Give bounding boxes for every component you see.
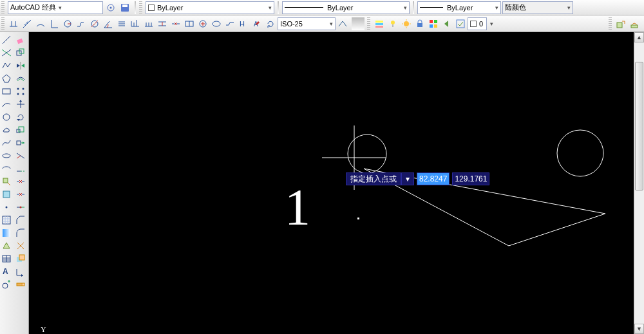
copy-button[interactable] — [14, 46, 27, 59]
layer-lock-button[interactable] — [413, 17, 426, 30]
dim-textedit-button[interactable]: A — [251, 17, 263, 30]
dimstyle-manager-button[interactable] — [336, 17, 349, 30]
scroll-track[interactable] — [634, 42, 644, 324]
svg-text:A: A — [3, 267, 8, 276]
layer-freeze-button[interactable] — [400, 17, 413, 30]
dim-quick-button[interactable] — [115, 17, 128, 30]
svg-rect-17 — [430, 20, 433, 23]
hatch-button[interactable] — [0, 214, 13, 227]
xline-button[interactable] — [0, 46, 13, 59]
svg-rect-11 — [375, 21, 383, 23]
break-at-button[interactable] — [14, 175, 27, 188]
mtext-button[interactable]: A — [0, 265, 13, 278]
ellipse-arc-icon — [1, 163, 12, 174]
workspace-combo[interactable]: AutoCAD 经典 ▾ — [8, 1, 103, 14]
gradient-button[interactable] — [0, 227, 13, 239]
fillet-button[interactable] — [14, 227, 27, 239]
dyn-value-y[interactable]: 129.1761 — [452, 172, 489, 185]
move-button[interactable] — [14, 98, 27, 111]
stretch-button[interactable] — [14, 136, 27, 149]
extend-button[interactable] — [14, 162, 27, 175]
dyn-menu-icon[interactable]: ▾ — [401, 172, 414, 185]
dimstyle-combo[interactable]: ISO-25 ▾ — [278, 17, 336, 30]
dim-update-button[interactable] — [264, 17, 277, 30]
point-button[interactable] — [0, 201, 13, 214]
layer-previous-button[interactable] — [440, 17, 453, 30]
circle-button[interactable] — [0, 111, 13, 124]
trim-button[interactable] — [14, 149, 27, 162]
revcloud-button[interactable] — [0, 124, 13, 136]
array-button[interactable] — [14, 85, 27, 98]
dim-center-button[interactable] — [196, 17, 209, 30]
lineweight-combo[interactable]: ByLayer ▾ — [417, 1, 501, 14]
dim-angular-button[interactable] — [102, 17, 115, 30]
measure-icon — [15, 279, 26, 290]
linetype-combo[interactable]: ByLayer ▾ — [282, 1, 410, 14]
rectangle-button[interactable] — [0, 85, 13, 98]
layer-manager-button[interactable] — [373, 17, 386, 30]
workspace-settings-button[interactable] — [104, 1, 117, 14]
dim-aligned-button[interactable] — [21, 17, 33, 30]
dim-jogged-button[interactable] — [75, 17, 88, 30]
dim-linear-button[interactable] — [7, 17, 20, 30]
dyn-prompt: 指定插入点或 — [346, 172, 401, 185]
table-button[interactable] — [0, 252, 13, 265]
svg-text:H: H — [240, 20, 245, 28]
layer-on-button[interactable] — [386, 17, 399, 30]
scroll-thumb[interactable] — [635, 62, 643, 190]
dim-continue-button[interactable] — [142, 17, 155, 30]
dim-break-button[interactable] — [169, 17, 182, 30]
dyn-prompt-text: 指定插入点或 — [350, 174, 397, 185]
polygon-button[interactable] — [0, 72, 13, 85]
layer-color-button[interactable] — [427, 17, 440, 30]
dim-jogline-button[interactable] — [223, 17, 236, 30]
dim-baseline-button[interactable] — [129, 17, 142, 30]
layer-color-combo[interactable]: ByLayer ▾ — [146, 1, 274, 14]
break-button[interactable] — [14, 188, 27, 201]
dim-ordinate-button[interactable] — [48, 17, 61, 30]
ucs-button[interactable] — [14, 265, 27, 278]
chamfer-button[interactable] — [14, 214, 27, 227]
lineweight-sample-icon — [420, 7, 443, 8]
drawing-canvas[interactable]: 1 指定插入点或 ▾ 82.8247 129.1761 X Y ▲ — [29, 32, 644, 334]
offset-button[interactable] — [14, 72, 27, 85]
scale-button[interactable] — [14, 124, 27, 136]
draworder-button[interactable] — [14, 252, 27, 265]
layer-state-button[interactable] — [454, 17, 467, 30]
mirror-button[interactable] — [14, 59, 27, 72]
vertical-scrollbar[interactable]: ▲ ▼ — [634, 32, 644, 334]
dim-diameter-button[interactable] — [88, 17, 101, 30]
scroll-down-button[interactable]: ▼ — [634, 324, 644, 334]
polyline-button[interactable] — [0, 59, 13, 72]
dim-aligned-icon — [22, 19, 32, 29]
dim-diameter-icon — [90, 19, 100, 29]
rotate-button[interactable] — [14, 111, 27, 124]
dyn-value-x[interactable]: 82.8247 — [417, 172, 450, 185]
explode-button[interactable] — [14, 239, 27, 252]
plotstyle-combo[interactable]: 随颜色 ▾ — [502, 1, 573, 14]
arc-button[interactable] — [0, 98, 13, 111]
workspace-save-button[interactable] — [118, 1, 131, 14]
dim-spacing-button[interactable] — [156, 17, 169, 30]
layer-current-combo[interactable]: 0 — [468, 17, 487, 30]
region-button[interactable] — [0, 239, 13, 252]
join-button[interactable] — [14, 201, 27, 214]
dim-arclength-button[interactable] — [34, 17, 47, 30]
insert-button[interactable] — [0, 175, 13, 188]
dim-radius-button[interactable] — [61, 17, 74, 30]
block-insert-button[interactable] — [614, 17, 627, 30]
dim-inspection-button[interactable] — [210, 17, 223, 30]
scroll-up-button[interactable]: ▲ — [634, 32, 644, 42]
dim-edit-button[interactable]: H — [237, 17, 250, 30]
add-selected-button[interactable] — [0, 278, 13, 291]
spline-icon — [1, 138, 12, 148]
dim-tolerance-button[interactable] — [183, 17, 196, 30]
xref-manager-button[interactable] — [628, 17, 641, 30]
line-button[interactable] — [0, 33, 13, 46]
erase-button[interactable] — [14, 33, 27, 46]
spline-button[interactable] — [0, 136, 13, 149]
ellipse-arc-button[interactable] — [0, 162, 13, 175]
measure-button[interactable] — [14, 278, 27, 291]
ellipse-button[interactable] — [0, 149, 13, 162]
make-block-button[interactable] — [0, 188, 13, 201]
